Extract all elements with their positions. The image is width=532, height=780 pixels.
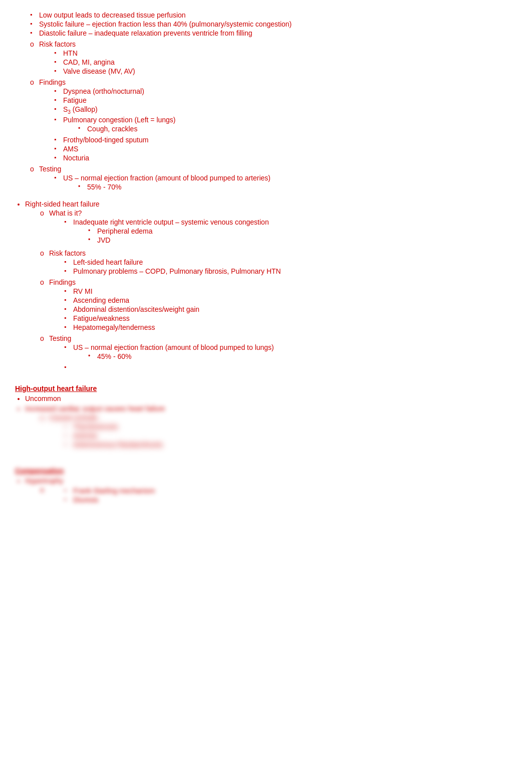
what-is-it-label: What is it? <box>49 209 82 217</box>
what-is-it-sub-list: Peripheral edema JVD <box>88 226 517 246</box>
list-item: Pulmonary congestion (Left = lungs) Coug… <box>54 116 517 135</box>
list-item: Systolic failure – ejection fraction les… <box>30 20 517 28</box>
risk-factors-label: Risk factors <box>39 40 76 48</box>
blurred-list: Hypertrophy Frank-Starling mechanism Diu… <box>25 477 517 508</box>
right-findings-list: RV MI Ascending edema Abdominal distenti… <box>64 286 517 333</box>
right-testing-list: US – normal ejection fraction (amount of… <box>64 342 517 373</box>
right-testing-label: Testing <box>49 334 71 342</box>
list-item: AMS <box>54 145 517 153</box>
high-output-list: Uncommon Increased cardiac output causes… <box>25 395 517 453</box>
right-findings-item: Findings RV MI Ascending edema Abdominal… <box>40 278 517 333</box>
list-item: Fatigue/weakness <box>64 314 517 322</box>
list-item: Diastolic failure – inadequate relaxatio… <box>30 29 517 37</box>
right-risk-factors-list: Left-sided heart failure Pulmonary probl… <box>64 257 517 277</box>
left-heart-level2: Risk factors HTN CAD, MI, angina Valve d… <box>30 39 517 197</box>
findings-list: Dyspnea (ortho/nocturnal) Fatigue S3 (Ga… <box>54 86 517 164</box>
list-item: Fatigue <box>54 96 517 104</box>
risk-factors-list: HTN CAD, MI, angina Valve disease (MV, A… <box>54 48 517 77</box>
blurred-item: Hypertrophy Frank-Starling mechanism Diu… <box>25 477 517 508</box>
list-item: Valve disease (MV, AV) <box>54 67 517 75</box>
findings-item: Findings Dyspnea (ortho/nocturnal) Fatig… <box>30 78 517 164</box>
list-item: Inadequate right ventricle output – syst… <box>64 218 517 246</box>
right-risk-factors-label: Risk factors <box>49 249 86 257</box>
list-item: US – normal ejection fraction (amount of… <box>64 343 517 362</box>
right-heart-item: Right-sided heart failure What is it? In… <box>25 200 517 375</box>
list-item: Ascending edema <box>64 296 517 304</box>
initial-list: Low output leads to decreased tissue per… <box>30 10 517 39</box>
right-testing-sub-list: 45% - 60% <box>88 351 517 362</box>
right-heart-bullet: Right-sided heart failure What is it? In… <box>25 200 517 375</box>
high-output-section: High-output heart failure Uncommon Incre… <box>15 384 517 453</box>
list-item: Hepatomegaly/tenderness <box>64 323 517 331</box>
right-testing-item: Testing US – normal ejection fraction (a… <box>40 334 517 373</box>
list-item: US – normal ejection fraction (amount of… <box>54 174 517 193</box>
high-output-heading: High-output heart failure <box>15 384 517 393</box>
list-item: HTN <box>54 49 517 57</box>
list-item: Pulmonary problems – COPD, Pulmonary fib… <box>64 267 517 275</box>
list-item: Left-sided heart failure <box>64 258 517 266</box>
risk-factors-item: Risk factors HTN CAD, MI, angina Valve d… <box>30 40 517 77</box>
blurred-section: Compensation Hypertrophy Frank-Starling … <box>15 467 517 508</box>
right-findings-label: Findings <box>49 278 76 286</box>
list-item: 45% - 60% <box>88 352 517 360</box>
list-item: Frothy/blood-tinged sputum <box>54 136 517 144</box>
what-is-it-item: What is it? Inadequate right ventricle o… <box>40 209 517 248</box>
testing-label: Testing <box>39 165 61 173</box>
list-item: Peripheral edema <box>88 227 517 235</box>
list-item: S3 (Gallop) <box>54 105 517 115</box>
list-item-empty <box>64 363 517 371</box>
list-item: JVD <box>88 236 517 244</box>
right-risk-factors-item: Risk factors Left-sided heart failure Pu… <box>40 249 517 277</box>
testing-item: Testing US – normal ejection fraction (a… <box>30 165 517 195</box>
pulm-sub-list: Cough, crackles <box>78 124 517 135</box>
list-item: Cough, crackles <box>78 125 517 133</box>
testing-list: US – normal ejection fraction (amount of… <box>54 173 517 195</box>
right-heart-level2: What is it? Inadequate right ventricle o… <box>40 208 517 375</box>
blurred-heading: Compensation <box>15 467 517 475</box>
testing-sub-list: 55% - 70% <box>78 182 517 193</box>
list-item: 55% - 70% <box>78 183 517 191</box>
list-item: Nocturia <box>54 154 517 162</box>
list-item-blurred: Increased cardiac output causes heart fa… <box>25 405 517 453</box>
list-item: RV MI <box>64 287 517 295</box>
list-item: Uncommon <box>25 395 517 403</box>
list-item: Low output leads to decreased tissue per… <box>30 11 517 19</box>
findings-label: Findings <box>39 78 66 86</box>
list-item: Abdominal distention/ascites/weight gain <box>64 305 517 313</box>
list-item: CAD, MI, angina <box>54 58 517 66</box>
what-is-it-list: Inadequate right ventricle output – syst… <box>64 217 517 248</box>
list-item: Dyspnea (ortho/nocturnal) <box>54 87 517 95</box>
right-heart-heading: Right-sided heart failure <box>25 200 100 208</box>
